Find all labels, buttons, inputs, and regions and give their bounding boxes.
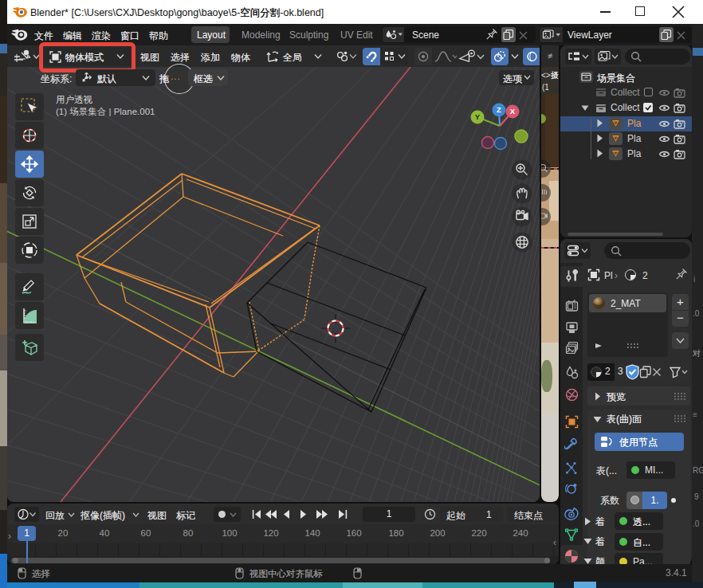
svg-text:用户透视: 用户透视 <box>56 95 93 104</box>
svg-text:(1) 场景集合 | Plane.001: (1) 场景集合 | Plane.001 <box>56 107 155 116</box>
svg-text:Z: Z <box>497 105 501 114</box>
svg-text:Y: Y <box>475 112 481 121</box>
svg-text:X: X <box>510 107 516 116</box>
